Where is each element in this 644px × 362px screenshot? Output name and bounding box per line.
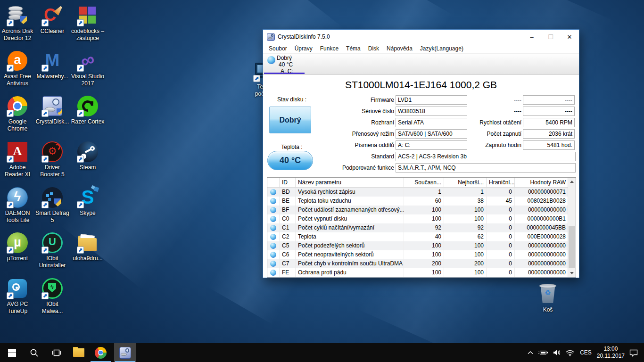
system-tray: CES 13:00 20.11.2017 — [527, 343, 644, 362]
desktop-icon-avg-pc-tuneup[interactable]: ⬈ — [7, 278, 28, 299]
wifi-icon[interactable] — [565, 349, 575, 356]
search-button[interactable] — [23, 343, 45, 362]
header-icon[interactable] — [267, 178, 280, 187]
disk-model-title: ST1000LM014-1EJ164 1000,2 GB — [263, 79, 579, 90]
desktop-icon-razer-cortex[interactable]: ⬈ — [77, 95, 99, 117]
recycle-bin-icon[interactable]: ♻ — [537, 282, 559, 305]
menu-item-5[interactable]: Nápověda — [383, 45, 416, 52]
crystaldiskinfo-window: CrystalDiskInfo 7.5.0 – ☐ ✕ SouborÚpravy… — [263, 29, 579, 278]
app-icon — [267, 33, 275, 41]
desktop-icon-malwarebytes[interactable]: M⬈ — [41, 50, 63, 72]
header-raw[interactable]: Hodnoty RAW — [515, 178, 568, 187]
status-orb-icon — [267, 197, 280, 206]
crystaldiskinfo-taskbar-button[interactable] — [114, 343, 136, 362]
close-button[interactable]: ✕ — [560, 30, 579, 44]
desktop-icon-label[interactable]: Razer Cortex — [65, 118, 110, 125]
desktop-icon-folder[interactable]: ⬈ — [77, 232, 99, 254]
info-field-4-label: Písmena oddílů — [319, 140, 394, 150]
desktop-icon-google-chrome[interactable]: ⬈ — [7, 95, 28, 117]
smart-row-C7[interactable]: C7Počet chyb v kontrolním součtu UltraDM… — [267, 259, 576, 268]
title-bar[interactable]: CrystalDiskInfo 7.5.0 – ☐ ✕ — [263, 30, 579, 44]
menu-item-2[interactable]: Funkce — [316, 45, 342, 52]
cell-id: C5 — [280, 241, 296, 250]
shortcut-arrow-icon: ⬈ — [77, 156, 84, 163]
smart-row-C6[interactable]: C6Počet neopravitelných sektorů100100000… — [267, 250, 576, 259]
desktop-icon-label[interactable]: IObit Malwa... — [30, 301, 75, 315]
shortcut-arrow-icon: ⬈ — [7, 292, 14, 299]
desktop-icon-avast-free-antivirus[interactable]: a⬈ — [7, 50, 28, 72]
cell-id: C0 — [280, 214, 296, 223]
menu-item-6[interactable]: Jazyk(Language) — [416, 45, 467, 52]
clock[interactable]: 13:00 20.11.2017 — [597, 346, 625, 360]
speaker-icon[interactable] — [553, 349, 561, 356]
desktop-icon-utorrent[interactable]: µ⬈ — [7, 232, 28, 254]
header-id[interactable]: ID — [280, 178, 296, 187]
window-title: CrystalDiskInfo 7.5.0 — [278, 33, 522, 40]
desktop-icon-label[interactable]: Skype — [65, 210, 110, 217]
desktop-icon-smart-defrag[interactable]: ⬈ — [41, 187, 63, 208]
desktop-icon-iobit-uninstaller[interactable]: U⬈ — [41, 232, 63, 254]
desktop-icon-label[interactable]: codeblocks – zástupce — [65, 28, 110, 42]
battery-icon[interactable] — [538, 349, 548, 356]
header-cur[interactable]: Současn... — [404, 178, 444, 187]
language-indicator[interactable]: CES — [579, 349, 593, 356]
desktop-icon-label[interactable]: Visual Studio 2017 — [65, 73, 110, 87]
header-worst[interactable]: Nejhorší... — [444, 178, 487, 187]
stat-field-0-value: ---- — [523, 95, 575, 105]
desktop-icon-adobe-reader[interactable]: A⬈ — [7, 141, 28, 163]
health-status-button[interactable]: Dobrý — [269, 107, 311, 133]
menu-item-1[interactable]: Úpravy — [291, 45, 316, 52]
desktop-icon-iobit-malware-fighter[interactable]: ϟ⬈ — [41, 278, 63, 299]
cell-name: Počet událostí zaznamenaných otřesový... — [296, 206, 404, 214]
smart-row-C1[interactable]: C1Počet cyklů načítání/vymazání929200000… — [267, 223, 576, 232]
smart-row-BF[interactable]: BFPočet událostí zaznamenaných otřesový.… — [267, 206, 576, 214]
desktop-icon-visual-studio[interactable]: ∞⬈ — [77, 50, 99, 72]
recycle-bin-rim — [539, 284, 556, 288]
smart-row-C5[interactable]: C5Počet podezřelých sektorů1001000000000… — [267, 241, 576, 250]
cell-name: Teplota — [296, 232, 404, 241]
task-view-button[interactable] — [45, 343, 67, 362]
menu-item-0[interactable]: Soubor — [265, 45, 291, 52]
minimize-button[interactable]: – — [522, 30, 541, 44]
table-scrollbar[interactable] — [568, 178, 576, 277]
smart-row-C0[interactable]: C0Počet vypnutí disku10010000000000000B1 — [267, 214, 576, 223]
scroll-down-arrow[interactable] — [568, 269, 576, 277]
menu-item-4[interactable]: Disk — [364, 45, 383, 52]
recycle-bin-label[interactable]: Koš — [525, 306, 570, 313]
maximize-button[interactable]: ☐ — [541, 30, 560, 44]
file-explorer-button[interactable] — [67, 343, 90, 362]
desktop-icon-skype[interactable]: S ⬈ — [77, 187, 99, 208]
menu-bar: SouborÚpravyFunkceTémaDiskNápovědaJazyk(… — [263, 44, 579, 53]
desktop-icon-crystaldiskinfo[interactable]: ⬈ — [41, 95, 63, 117]
drive-selector[interactable]: Dobrý 40 °C A: C: — [263, 53, 579, 75]
menu-item-3[interactable]: Téma — [342, 45, 364, 52]
cell-name: Počet neopravitelných sektorů — [296, 250, 404, 259]
smart-row-BD[interactable]: BDVysoká rychlost zápisu110000000000071 — [267, 188, 576, 197]
header-name[interactable]: Název parametru — [296, 178, 404, 187]
smart-row-FE[interactable]: FEOchrana proti pádu1001000000000000000 — [267, 268, 576, 277]
desktop-icon-ccleaner[interactable]: C ⬈ — [41, 5, 63, 26]
cell-name: Počet podezřelých sektorů — [296, 241, 404, 250]
scroll-up-arrow[interactable] — [568, 178, 576, 186]
chrome-taskbar-button[interactable] — [90, 343, 112, 362]
action-center-icon[interactable] — [629, 349, 638, 357]
desktop-icon-acronis-disk-director[interactable]: ⬈ — [7, 5, 28, 26]
desktop-icon-driver-booster[interactable]: ⚙ ⬈ — [41, 141, 63, 163]
cell-raw: 000000000000 — [515, 250, 568, 259]
cell-raw: 000000000071 — [515, 188, 568, 197]
smart-row-C2[interactable]: C2Teplota40620000E00000028 — [267, 232, 576, 241]
cell-raw: 0000000045BB — [515, 223, 568, 232]
desktop-icon-codeblocks[interactable]: ⬈ — [77, 5, 99, 26]
start-button[interactable] — [1, 343, 23, 362]
desktop-icon-label[interactable]: Steam — [65, 164, 110, 171]
scrollbar-thumb[interactable] — [569, 226, 575, 268]
desktop-icon-steam[interactable]: ⬈ — [77, 141, 99, 163]
temperature-button[interactable]: 40 °C — [267, 151, 313, 170]
desktop-icon-daemon-tools[interactable]: ϟ⬈ — [7, 187, 28, 208]
tray-chevron-up-icon[interactable] — [527, 350, 534, 355]
header-thr[interactable]: Hraniční... — [487, 178, 515, 187]
desktop-icon-label[interactable]: uloha9dru... — [65, 255, 110, 262]
cell-current: 40 — [404, 232, 444, 241]
smart-row-BE[interactable]: BETeplota toku vzduchu6038450080281B0028 — [267, 197, 576, 206]
cell-worst: 1 — [444, 188, 487, 197]
